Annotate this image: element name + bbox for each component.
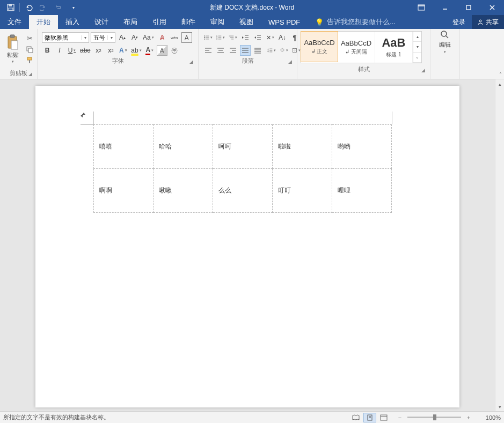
- login-link[interactable]: 登录: [446, 18, 472, 27]
- copy-button[interactable]: [25, 44, 34, 54]
- table-cell[interactable]: 啦啦: [273, 125, 332, 169]
- style-heading1[interactable]: AaB 标题 1: [375, 32, 413, 63]
- tab-home[interactable]: 开始: [29, 15, 58, 29]
- tab-design[interactable]: 设计: [87, 15, 116, 29]
- vertical-scrollbar[interactable]: ▴ ▾: [495, 79, 504, 411]
- paragraph-launcher[interactable]: ◢: [286, 58, 294, 65]
- change-case-button[interactable]: Aa▾: [142, 32, 155, 43]
- tab-view[interactable]: 视图: [232, 15, 261, 29]
- paste-button[interactable]: 粘贴 ▾: [6, 34, 20, 64]
- file-tab[interactable]: 文件: [0, 15, 29, 29]
- table-cell[interactable]: 么么: [213, 169, 273, 213]
- maximize-button[interactable]: [457, 0, 480, 15]
- styles-launcher[interactable]: ◢: [419, 66, 427, 74]
- document-area[interactable]: 嘻嘻 哈哈 呵呵 啦啦 哟哟 啊啊 啾啾 么么 叮叮 哩哩: [0, 79, 495, 411]
- page[interactable]: 嘻嘻 哈哈 呵呵 啦啦 哟哟 啊啊 啾啾 么么 叮叮 哩哩: [35, 86, 459, 407]
- character-shading-button[interactable]: A: [157, 45, 167, 56]
- superscript-button[interactable]: x2: [105, 45, 116, 56]
- align-right-button[interactable]: [228, 45, 238, 56]
- font-name-combo[interactable]: ▾: [42, 32, 89, 43]
- zoom-slider[interactable]: [407, 417, 461, 418]
- tab-mailings[interactable]: 邮件: [174, 15, 203, 29]
- scroll-up-button[interactable]: ▴: [495, 79, 504, 88]
- tab-review[interactable]: 审阅: [203, 15, 232, 29]
- line-spacing-button[interactable]: ▾: [266, 45, 277, 56]
- chevron-down-icon[interactable]: ▾: [107, 35, 115, 40]
- read-mode-button[interactable]: [349, 413, 362, 422]
- collapse-ribbon-button[interactable]: ˄: [499, 72, 502, 78]
- font-launcher[interactable]: ◢: [187, 58, 195, 65]
- highlight-button[interactable]: ab▾: [130, 45, 142, 56]
- sort-button[interactable]: A↓: [277, 32, 288, 43]
- repeat-button[interactable]: [51, 1, 66, 14]
- styles-gallery[interactable]: AaBbCcD ↲ 正文 AaBbCcD ↲ 无间隔 AaB 标题 1 ▴▾⌄: [301, 31, 422, 63]
- text-effects-button[interactable]: A▾: [118, 45, 128, 56]
- asian-layout-button[interactable]: ✕▾: [265, 32, 275, 43]
- justify-button[interactable]: [240, 45, 251, 56]
- bullets-button[interactable]: ▾: [203, 32, 214, 43]
- table-cell[interactable]: 啊啊: [94, 169, 154, 213]
- undo-button[interactable]: [21, 1, 36, 14]
- style-no-spacing[interactable]: AaBbCcD ↲ 无间隔: [338, 32, 375, 63]
- ribbon-display-button[interactable]: [410, 0, 433, 15]
- tab-references[interactable]: 引用: [145, 15, 174, 29]
- font-size-input[interactable]: [91, 34, 107, 41]
- table-move-handle[interactable]: [79, 112, 88, 120]
- tab-layout[interactable]: 布局: [116, 15, 145, 29]
- chevron-down-icon[interactable]: ▾: [81, 35, 89, 40]
- minimize-button[interactable]: [433, 0, 457, 15]
- close-button[interactable]: [480, 0, 504, 15]
- redo-button[interactable]: [36, 1, 51, 14]
- enclose-characters-button[interactable]: ㊥: [169, 45, 180, 56]
- bold-button[interactable]: B: [42, 45, 53, 56]
- increase-indent-button[interactable]: [252, 32, 263, 43]
- save-button[interactable]: [3, 1, 18, 14]
- clipboard-launcher[interactable]: ◢: [26, 70, 34, 78]
- table-cell[interactable]: 呵呵: [213, 125, 273, 169]
- table-row[interactable]: 啊啊 啾啾 么么 叮叮 哩哩: [94, 169, 392, 213]
- table-cell[interactable]: 哩哩: [332, 169, 392, 213]
- distributed-button[interactable]: [252, 45, 263, 56]
- format-painter-button[interactable]: [25, 55, 34, 65]
- shading-button[interactable]: ▾: [279, 45, 289, 56]
- zoom-level[interactable]: 100%: [476, 414, 501, 421]
- numbering-button[interactable]: 123▾: [215, 32, 226, 43]
- multilevel-list-button[interactable]: ▾: [228, 32, 238, 43]
- phonetic-guide-button[interactable]: wén: [169, 32, 180, 43]
- editing-dropdown[interactable]: ▾: [444, 50, 446, 54]
- styles-gallery-more[interactable]: ▴▾⌄: [413, 32, 421, 63]
- style-normal[interactable]: AaBbCcD ↲ 正文: [301, 31, 338, 62]
- strikethrough-button[interactable]: abc: [79, 45, 91, 56]
- tab-wpspdf[interactable]: WPS PDF: [261, 15, 308, 29]
- table-cell[interactable]: 哈哈: [154, 125, 213, 169]
- subscript-button[interactable]: x2: [93, 45, 104, 56]
- document-table[interactable]: 嘻嘻 哈哈 呵呵 啦啦 哟哟 啊啊 啾啾 么么 叮叮 哩哩: [93, 124, 392, 213]
- underline-button[interactable]: U▾: [67, 45, 77, 56]
- share-button[interactable]: 共享: [472, 15, 504, 29]
- font-name-input[interactable]: [42, 34, 81, 41]
- zoom-out-button[interactable]: −: [396, 414, 404, 421]
- zoom-in-button[interactable]: +: [464, 414, 473, 421]
- font-size-combo[interactable]: ▾: [91, 32, 115, 43]
- scroll-down-button[interactable]: ▾: [495, 402, 504, 411]
- align-left-button[interactable]: [203, 45, 214, 56]
- print-layout-button[interactable]: [363, 413, 376, 422]
- tab-insert[interactable]: 插入: [58, 15, 87, 29]
- table-row[interactable]: 嘻嘻 哈哈 呵呵 啦啦 哟哟: [94, 125, 392, 169]
- tell-me-search[interactable]: 💡 告诉我您想要做什么...: [315, 15, 396, 29]
- grow-font-button[interactable]: A▴: [117, 32, 128, 43]
- table-cell[interactable]: 哟哟: [332, 125, 392, 169]
- font-color-button[interactable]: A▾: [144, 45, 155, 56]
- shrink-font-button[interactable]: A▾: [129, 32, 140, 43]
- align-center-button[interactable]: [215, 45, 226, 56]
- table-cell[interactable]: 嘻嘻: [94, 125, 154, 169]
- character-border-button[interactable]: A: [181, 32, 192, 43]
- qat-customize-button[interactable]: ▾: [66, 1, 81, 14]
- table-cell[interactable]: 啾啾: [154, 169, 213, 213]
- italic-button[interactable]: I: [54, 45, 65, 56]
- web-layout-button[interactable]: [377, 413, 390, 422]
- find-button[interactable]: [440, 30, 450, 40]
- decrease-indent-button[interactable]: [240, 32, 251, 43]
- clear-formatting-button[interactable]: A̷: [157, 32, 167, 43]
- cut-button[interactable]: ✂: [25, 34, 34, 43]
